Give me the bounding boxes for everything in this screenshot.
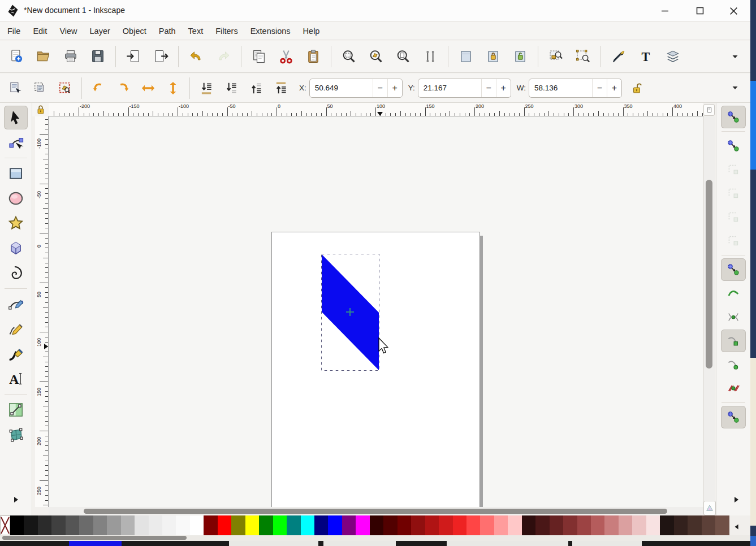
palette-swatch-27[interactable] <box>383 515 397 535</box>
palette-swatch-43[interactable] <box>604 515 618 535</box>
menu-help[interactable]: Help <box>297 24 326 38</box>
palette-swatch-42[interactable] <box>591 515 604 535</box>
menu-file[interactable]: File <box>1 24 27 38</box>
minimize-button[interactable] <box>652 0 678 21</box>
redo-button[interactable] <box>212 45 235 68</box>
layers-dialog-button[interactable] <box>662 45 684 68</box>
zoom-page-button[interactable] <box>392 45 414 68</box>
ungroup-objects-button[interactable] <box>572 45 594 68</box>
palette-swatch-44[interactable] <box>619 515 632 535</box>
selector-tool-button[interactable] <box>4 106 28 129</box>
create-clone-button[interactable] <box>482 45 504 68</box>
palette-swatch-1[interactable] <box>24 515 37 535</box>
open-document-button[interactable] <box>32 45 55 68</box>
snap-smooth-nodes-button[interactable] <box>721 353 746 376</box>
palette-scroll-left-button[interactable] <box>733 522 741 531</box>
w-decrement-button[interactable]: − <box>592 79 607 97</box>
box3d-tool-button[interactable] <box>4 236 28 260</box>
command-toolbar-overflow-button[interactable] <box>731 52 740 61</box>
snap-line-midpoints-button[interactable] <box>721 377 746 400</box>
menu-extensions[interactable]: Extensions <box>244 24 297 38</box>
menu-path[interactable]: Path <box>153 24 182 38</box>
palette-swatch-4[interactable] <box>66 515 79 535</box>
palette-swatch-21[interactable] <box>301 515 314 535</box>
copy-button[interactable] <box>248 45 270 68</box>
lower-button[interactable] <box>221 78 241 98</box>
ruler-corner[interactable] <box>32 103 49 116</box>
palette-swatch-13[interactable] <box>190 515 204 535</box>
close-button[interactable] <box>720 0 746 21</box>
palette-swatch-26[interactable] <box>370 515 383 535</box>
palette-swatch-11[interactable] <box>162 515 176 535</box>
palette-swatch-22[interactable] <box>314 515 328 535</box>
palette-swatch-8[interactable] <box>121 515 135 535</box>
deselect-button[interactable] <box>55 78 75 98</box>
text-dialog-button[interactable]: T <box>634 45 657 68</box>
palette-swatch-15[interactable] <box>218 515 231 535</box>
palette-swatch-5[interactable] <box>79 515 93 535</box>
menu-filters[interactable]: Filters <box>209 24 244 38</box>
calligraphy-tool-button[interactable] <box>4 342 28 366</box>
palette-swatch-32[interactable] <box>453 515 466 535</box>
palette-swatch-10[interactable] <box>149 515 162 535</box>
gradient-tool-button[interactable] <box>4 398 28 422</box>
fill-color-indicator[interactable] <box>69 541 122 546</box>
palette-swatch-25[interactable] <box>356 515 369 535</box>
palette-swatch-9[interactable] <box>135 515 148 535</box>
x-input[interactable]: 50.649 <box>310 79 373 97</box>
palette-swatch-39[interactable] <box>550 515 563 535</box>
menu-object[interactable]: Object <box>116 24 153 38</box>
snap-path-intersections-button[interactable] <box>721 306 746 328</box>
star-tool-button[interactable] <box>4 211 28 235</box>
palette-swatch-47[interactable] <box>660 515 673 535</box>
canvas[interactable] <box>49 116 703 507</box>
fit-selection-button[interactable] <box>419 45 442 68</box>
zoom-selection-button[interactable] <box>338 45 360 68</box>
snap-bbox-corners-button[interactable] <box>721 182 746 205</box>
palette-swatch-41[interactable] <box>577 515 591 535</box>
palette-swatch-36[interactable] <box>508 515 521 535</box>
palette-swatch-30[interactable] <box>425 515 439 535</box>
spiral-tool-button[interactable] <box>4 261 28 285</box>
y-increment-button[interactable]: + <box>496 79 511 97</box>
snap-bbox-edges-button[interactable] <box>721 158 746 181</box>
palette-scrollbar-thumb[interactable] <box>2 536 187 540</box>
select-all-button[interactable] <box>5 78 25 98</box>
rotate-cw-button[interactable] <box>113 78 133 98</box>
palette-swatch-31[interactable] <box>439 515 452 535</box>
palette-swatch-46[interactable] <box>646 515 660 535</box>
vertical-scrollbar[interactable] <box>703 116 715 507</box>
import-button[interactable] <box>122 45 145 68</box>
snap-to-paths-button[interactable] <box>721 282 746 305</box>
w-increment-button[interactable]: + <box>607 79 621 97</box>
palette-swatch-18[interactable] <box>259 515 273 535</box>
snap-bbox-edge-midpoints-button[interactable] <box>721 206 746 228</box>
palette-swatch-45[interactable] <box>632 515 646 535</box>
palette-swatch-38[interactable] <box>535 515 549 535</box>
node-tool-button[interactable] <box>4 131 28 154</box>
palette-scrollbar[interactable] <box>0 535 756 541</box>
palette-swatch-0[interactable] <box>10 515 24 535</box>
rotate-ccw-button[interactable] <box>88 78 109 98</box>
x-increment-button[interactable]: + <box>387 79 402 97</box>
menu-view[interactable]: View <box>53 24 83 38</box>
text-tool-button[interactable]: A <box>4 367 28 391</box>
palette-swatch-34[interactable] <box>480 515 494 535</box>
raise-button[interactable] <box>246 78 266 98</box>
zoom-drawing-button[interactable] <box>365 45 387 68</box>
palette-swatch-14[interactable] <box>204 515 217 535</box>
flip-horizontal-button[interactable] <box>138 78 158 98</box>
undo-button[interactable] <box>185 45 208 68</box>
lock-width-height-button[interactable] <box>627 78 647 98</box>
export-button[interactable] <box>149 45 172 68</box>
palette-swatch-23[interactable] <box>328 515 342 535</box>
y-decrement-button[interactable]: − <box>481 79 496 97</box>
lower-to-bottom-button[interactable] <box>196 78 217 98</box>
cut-button[interactable] <box>275 45 297 68</box>
group-objects-button[interactable] <box>545 45 567 68</box>
horizontal-scrollbar[interactable] <box>49 507 703 515</box>
palette-swatch-17[interactable] <box>245 515 259 535</box>
palette-swatch-3[interactable] <box>51 515 65 535</box>
maximize-button[interactable] <box>687 0 713 21</box>
menu-edit[interactable]: Edit <box>27 24 53 38</box>
